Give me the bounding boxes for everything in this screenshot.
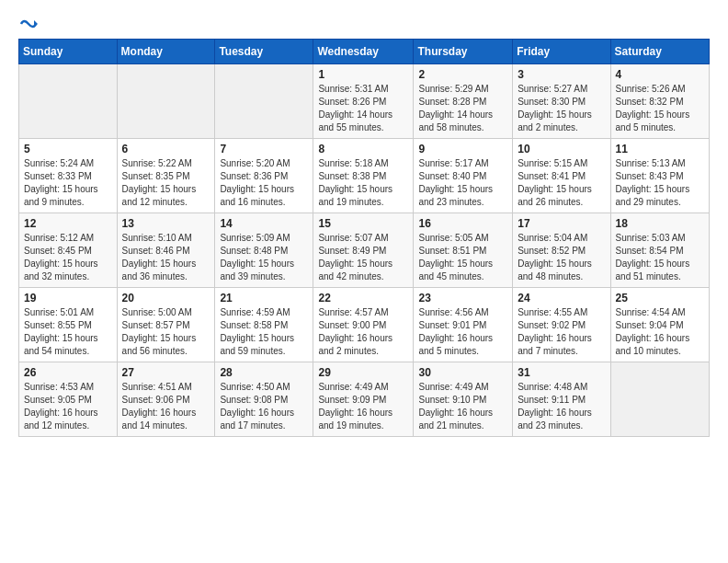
calendar-week-4: 19Sunrise: 5:01 AM Sunset: 8:55 PM Dayli…	[19, 288, 710, 362]
logo-wave-icon	[19, 15, 38, 33]
day-info: Sunrise: 4:51 AM Sunset: 9:06 PM Dayligh…	[122, 381, 210, 432]
calendar-cell: 7Sunrise: 5:20 AM Sunset: 8:36 PM Daylig…	[215, 139, 313, 213]
day-number: 9	[418, 143, 507, 155]
header-wednesday: Wednesday	[313, 40, 414, 64]
header-saturday: Saturday	[610, 40, 709, 64]
day-info: Sunrise: 5:09 AM Sunset: 8:48 PM Dayligh…	[220, 232, 308, 283]
day-number: 1	[318, 68, 408, 81]
day-number: 19	[24, 292, 112, 304]
day-info: Sunrise: 5:12 AM Sunset: 8:45 PM Dayligh…	[24, 232, 112, 283]
calendar-header-row: SundayMondayTuesdayWednesdayThursdayFrid…	[19, 40, 710, 64]
day-number: 12	[24, 217, 112, 230]
calendar-cell: 23Sunrise: 4:56 AM Sunset: 9:01 PM Dayli…	[414, 288, 513, 362]
calendar-cell: 10Sunrise: 5:15 AM Sunset: 8:41 PM Dayli…	[513, 139, 610, 213]
day-info: Sunrise: 4:57 AM Sunset: 9:00 PM Dayligh…	[318, 306, 408, 358]
day-info: Sunrise: 5:22 AM Sunset: 8:35 PM Dayligh…	[122, 157, 210, 209]
calendar-cell: 28Sunrise: 4:50 AM Sunset: 9:08 PM Dayli…	[215, 362, 313, 437]
day-info: Sunrise: 5:20 AM Sunset: 8:36 PM Dayligh…	[220, 157, 308, 209]
calendar-cell: 25Sunrise: 4:54 AM Sunset: 9:04 PM Dayli…	[610, 288, 709, 362]
calendar-cell: 31Sunrise: 4:48 AM Sunset: 9:11 PM Dayli…	[513, 362, 610, 437]
day-number: 11	[616, 143, 704, 155]
day-info: Sunrise: 5:26 AM Sunset: 8:32 PM Dayligh…	[616, 83, 704, 134]
day-number: 30	[418, 366, 507, 379]
calendar-cell: 3Sunrise: 5:27 AM Sunset: 8:30 PM Daylig…	[513, 64, 610, 139]
header-thursday: Thursday	[414, 40, 513, 64]
day-number: 26	[24, 366, 112, 379]
day-info: Sunrise: 4:49 AM Sunset: 9:10 PM Dayligh…	[418, 381, 507, 432]
day-number: 31	[518, 366, 605, 379]
header-sunday: Sunday	[19, 40, 118, 64]
page-header	[18, 15, 710, 33]
day-info: Sunrise: 5:29 AM Sunset: 8:28 PM Dayligh…	[418, 83, 507, 134]
day-info: Sunrise: 5:18 AM Sunset: 8:38 PM Dayligh…	[318, 157, 408, 209]
day-number: 15	[318, 217, 408, 230]
day-info: Sunrise: 5:00 AM Sunset: 8:57 PM Dayligh…	[122, 306, 210, 358]
day-number: 13	[122, 217, 210, 230]
day-number: 25	[616, 292, 704, 304]
day-info: Sunrise: 4:53 AM Sunset: 9:05 PM Dayligh…	[24, 381, 112, 432]
day-info: Sunrise: 5:10 AM Sunset: 8:46 PM Dayligh…	[122, 232, 210, 283]
calendar-cell	[19, 64, 118, 139]
calendar-cell: 8Sunrise: 5:18 AM Sunset: 8:38 PM Daylig…	[313, 139, 414, 213]
day-number: 7	[220, 143, 308, 155]
header-tuesday: Tuesday	[215, 40, 313, 64]
calendar-cell: 15Sunrise: 5:07 AM Sunset: 8:49 PM Dayli…	[313, 213, 414, 288]
header-friday: Friday	[513, 40, 610, 64]
calendar-cell: 13Sunrise: 5:10 AM Sunset: 8:46 PM Dayli…	[117, 213, 215, 288]
day-number: 5	[24, 143, 112, 155]
day-number: 16	[418, 217, 507, 230]
day-info: Sunrise: 4:50 AM Sunset: 9:08 PM Dayligh…	[220, 381, 308, 432]
day-number: 27	[122, 366, 210, 379]
calendar-cell: 9Sunrise: 5:17 AM Sunset: 8:40 PM Daylig…	[414, 139, 513, 213]
calendar-cell: 17Sunrise: 5:04 AM Sunset: 8:52 PM Dayli…	[513, 213, 610, 288]
day-info: Sunrise: 5:07 AM Sunset: 8:49 PM Dayligh…	[318, 232, 408, 283]
calendar-cell: 22Sunrise: 4:57 AM Sunset: 9:00 PM Dayli…	[313, 288, 414, 362]
day-info: Sunrise: 5:15 AM Sunset: 8:41 PM Dayligh…	[518, 157, 605, 209]
day-info: Sunrise: 5:13 AM Sunset: 8:43 PM Dayligh…	[616, 157, 704, 209]
day-number: 8	[318, 143, 408, 155]
day-info: Sunrise: 5:17 AM Sunset: 8:40 PM Dayligh…	[418, 157, 507, 209]
day-info: Sunrise: 4:54 AM Sunset: 9:04 PM Dayligh…	[616, 306, 704, 358]
calendar-cell: 12Sunrise: 5:12 AM Sunset: 8:45 PM Dayli…	[19, 213, 118, 288]
calendar-week-1: 1Sunrise: 5:31 AM Sunset: 8:26 PM Daylig…	[19, 64, 710, 139]
calendar-cell	[215, 64, 313, 139]
calendar-cell: 5Sunrise: 5:24 AM Sunset: 8:33 PM Daylig…	[19, 139, 118, 213]
day-info: Sunrise: 5:05 AM Sunset: 8:51 PM Dayligh…	[418, 232, 507, 283]
header-monday: Monday	[117, 40, 215, 64]
day-number: 6	[122, 143, 210, 155]
day-number: 18	[616, 217, 704, 230]
day-info: Sunrise: 4:59 AM Sunset: 8:58 PM Dayligh…	[220, 306, 308, 358]
day-info: Sunrise: 5:03 AM Sunset: 8:54 PM Dayligh…	[616, 232, 704, 283]
day-number: 10	[518, 143, 605, 155]
day-number: 20	[122, 292, 210, 304]
calendar-cell: 21Sunrise: 4:59 AM Sunset: 8:58 PM Dayli…	[215, 288, 313, 362]
day-number: 3	[518, 68, 605, 81]
day-info: Sunrise: 5:01 AM Sunset: 8:55 PM Dayligh…	[24, 306, 112, 358]
logo	[18, 15, 39, 33]
day-info: Sunrise: 4:48 AM Sunset: 9:11 PM Dayligh…	[518, 381, 605, 432]
calendar-cell: 14Sunrise: 5:09 AM Sunset: 8:48 PM Dayli…	[215, 213, 313, 288]
calendar-week-2: 5Sunrise: 5:24 AM Sunset: 8:33 PM Daylig…	[19, 139, 710, 213]
calendar-week-3: 12Sunrise: 5:12 AM Sunset: 8:45 PM Dayli…	[19, 213, 710, 288]
day-info: Sunrise: 5:31 AM Sunset: 8:26 PM Dayligh…	[318, 83, 408, 134]
calendar-table: SundayMondayTuesdayWednesdayThursdayFrid…	[18, 39, 710, 437]
calendar-cell: 16Sunrise: 5:05 AM Sunset: 8:51 PM Dayli…	[414, 213, 513, 288]
calendar-cell: 30Sunrise: 4:49 AM Sunset: 9:10 PM Dayli…	[414, 362, 513, 437]
day-info: Sunrise: 4:55 AM Sunset: 9:02 PM Dayligh…	[518, 306, 605, 358]
day-number: 21	[220, 292, 308, 304]
day-number: 22	[318, 292, 408, 304]
day-number: 14	[220, 217, 308, 230]
day-number: 28	[220, 366, 308, 379]
calendar-cell: 19Sunrise: 5:01 AM Sunset: 8:55 PM Dayli…	[19, 288, 118, 362]
calendar-cell	[117, 64, 215, 139]
day-number: 4	[616, 68, 704, 81]
calendar-cell: 6Sunrise: 5:22 AM Sunset: 8:35 PM Daylig…	[117, 139, 215, 213]
calendar-cell: 2Sunrise: 5:29 AM Sunset: 8:28 PM Daylig…	[414, 64, 513, 139]
calendar-cell: 11Sunrise: 5:13 AM Sunset: 8:43 PM Dayli…	[610, 139, 709, 213]
day-info: Sunrise: 4:56 AM Sunset: 9:01 PM Dayligh…	[418, 306, 507, 358]
calendar-cell: 27Sunrise: 4:51 AM Sunset: 9:06 PM Dayli…	[117, 362, 215, 437]
calendar-cell: 4Sunrise: 5:26 AM Sunset: 8:32 PM Daylig…	[610, 64, 709, 139]
day-info: Sunrise: 4:49 AM Sunset: 9:09 PM Dayligh…	[318, 381, 408, 432]
calendar-week-5: 26Sunrise: 4:53 AM Sunset: 9:05 PM Dayli…	[19, 362, 710, 437]
day-info: Sunrise: 5:24 AM Sunset: 8:33 PM Dayligh…	[24, 157, 112, 209]
